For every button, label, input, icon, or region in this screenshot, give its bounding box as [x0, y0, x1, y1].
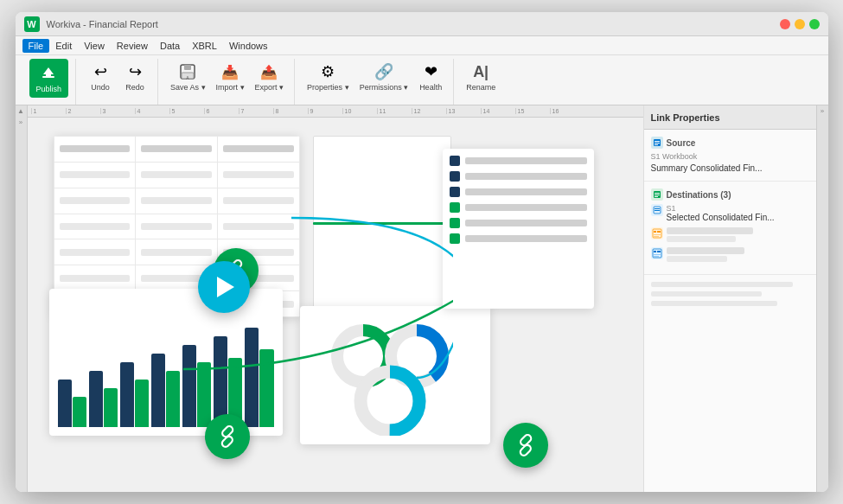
link-badge-bar[interactable]: [205, 414, 250, 459]
import-button[interactable]: 📥 Import ▾: [213, 59, 248, 94]
scroll-up-arrow[interactable]: ▲: [17, 107, 24, 115]
right-scroll-arrow[interactable]: »: [821, 107, 824, 115]
table-row: [54, 188, 299, 214]
panel-header: Link Properties: [644, 105, 816, 130]
rename-label: Rename: [466, 84, 495, 93]
saveas-button[interactable]: A Save As ▾: [167, 59, 209, 94]
ruler-mark: 10: [342, 108, 377, 114]
bar: [182, 345, 196, 427]
undo-button[interactable]: ↩ Undo: [85, 59, 116, 94]
svg-rect-29: [654, 234, 661, 235]
table-row: [54, 137, 299, 163]
properties-button[interactable]: ⚙ Properties ▾: [303, 59, 353, 94]
window-controls: [780, 19, 820, 29]
bar-group: [245, 328, 273, 427]
dest-3-line2: [667, 256, 727, 262]
redo-button[interactable]: ↪ Redo: [119, 59, 150, 94]
bar: [197, 362, 211, 427]
legend-dot-4: [450, 202, 460, 213]
play-indicator[interactable]: [198, 261, 250, 313]
title-bar: W Workiva - Financial Report: [16, 12, 828, 36]
table-cell: [223, 145, 294, 152]
bar: [58, 380, 72, 427]
ribbon-group-file: A Save As ▾ 📥 Import ▾ 📤 Export ▾: [160, 59, 295, 105]
menu-xbrl[interactable]: XBRL: [186, 39, 223, 53]
svg-rect-0: [42, 76, 54, 78]
svg-rect-33: [657, 251, 661, 252]
table-row: [54, 214, 299, 239]
donut-chart-svg: [313, 315, 477, 436]
svg-rect-21: [655, 195, 660, 195]
table-cell: [141, 171, 212, 178]
table-cell: [60, 223, 131, 230]
close-button[interactable]: [780, 19, 790, 29]
table-cell: [223, 197, 294, 204]
health-label: Health: [419, 84, 442, 93]
svg-rect-16: [655, 141, 660, 142]
maximize-button[interactable]: [809, 19, 820, 29]
legend-card: [443, 149, 594, 309]
ruler-mark: 11: [377, 108, 412, 114]
svg-point-14: [373, 384, 407, 418]
svg-rect-27: [654, 231, 656, 233]
dest-1-workbook: S1: [667, 204, 775, 213]
publish-button[interactable]: Publish: [29, 59, 69, 98]
svg-point-11: [401, 341, 432, 372]
destination-item-2: [651, 227, 809, 242]
destination-item-1: S1 Selected Consolidated Fin...: [651, 204, 809, 222]
svg-rect-3: [184, 65, 191, 70]
table-cell: [223, 223, 294, 230]
permissions-icon: 🔗: [373, 61, 395, 83]
ruler-mark: 8: [273, 108, 308, 114]
minimize-button[interactable]: [795, 19, 805, 29]
health-button[interactable]: ❤ Health: [415, 59, 446, 94]
panel-destinations-title: Destinations (3): [651, 188, 809, 201]
destinations-label: Destinations (3): [667, 190, 731, 200]
left-scroll[interactable]: ▲ »: [16, 105, 28, 492]
legend-line-1: [465, 157, 587, 164]
bar: [120, 362, 134, 427]
menu-edit[interactable]: Edit: [49, 39, 78, 53]
panel-destinations-section: Destinations (3) S1 Selected Consolidate…: [644, 182, 816, 275]
link-badge-donut[interactable]: [503, 423, 548, 468]
dest-2-line2: [667, 236, 736, 242]
legend-line-2: [465, 173, 587, 180]
legend-item-6: [450, 233, 587, 244]
permissions-button[interactable]: 🔗 Permissions ▾: [356, 59, 412, 94]
publish-icon: [37, 62, 60, 85]
menu-review[interactable]: Review: [111, 39, 154, 53]
svg-rect-17: [655, 143, 660, 144]
scroll-double-right[interactable]: »: [19, 118, 22, 126]
bar: [245, 328, 259, 427]
bar-group: [120, 362, 149, 427]
ruler-mark: 9: [308, 108, 342, 114]
destination-item-3: [651, 247, 809, 262]
bar: [135, 380, 149, 427]
svg-marker-1: [43, 67, 54, 76]
rename-button[interactable]: A| Rename: [463, 59, 499, 94]
ruler-mark: 5: [169, 108, 204, 114]
rename-icon: A|: [469, 61, 492, 83]
menu-file[interactable]: File: [22, 39, 50, 53]
svg-rect-18: [655, 144, 658, 145]
legend-line-6: [465, 235, 587, 242]
legend-line-3: [465, 188, 587, 195]
source-icon: [651, 137, 663, 149]
panel-source-title: Source: [651, 137, 809, 149]
legend-item-2: [450, 171, 587, 182]
svg-rect-35: [654, 256, 659, 257]
import-icon: 📥: [219, 61, 241, 83]
menu-data[interactable]: Data: [154, 39, 186, 53]
export-button[interactable]: 📤 Export ▾: [252, 59, 288, 94]
table-cell: [141, 145, 212, 152]
menu-windows[interactable]: Windows: [223, 39, 274, 53]
link-icon-2: [215, 424, 239, 449]
panel-filler: [644, 275, 816, 492]
saveas-label: Save As ▾: [170, 84, 206, 93]
dest-icon-1: [651, 204, 663, 216]
ruler-mark: 1: [31, 108, 66, 114]
redo-icon: ↪: [124, 61, 146, 83]
menu-view[interactable]: View: [78, 39, 111, 53]
right-scroll[interactable]: »: [816, 105, 828, 492]
ruler-mark: 4: [135, 108, 169, 114]
